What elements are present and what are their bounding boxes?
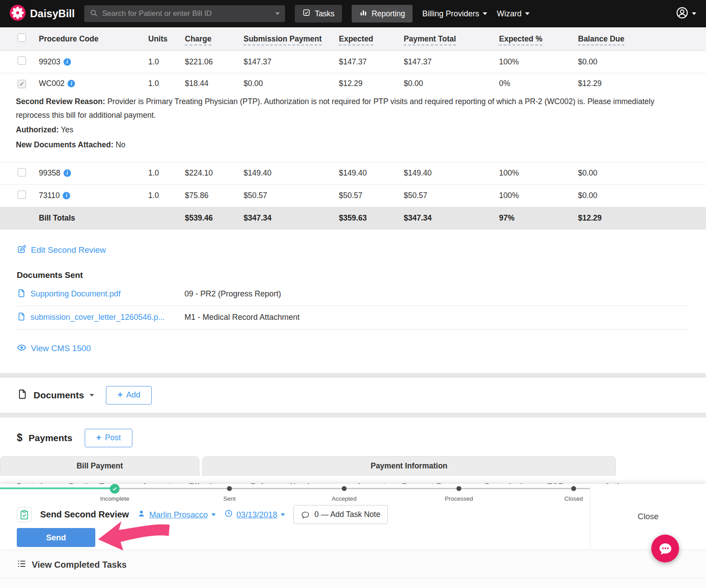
billing-providers-menu[interactable]: Billing Providers	[422, 9, 487, 19]
post-payment-label: Post	[105, 433, 121, 442]
payments-section-title: Payments	[29, 433, 72, 443]
total-expected: $359.63	[335, 207, 400, 229]
document-filename: submission_cover_letter_1260546.p...	[30, 313, 165, 322]
due-date-dropdown[interactable]: 03/13/2018	[224, 509, 285, 520]
documents-section-bar: Documents Add	[0, 378, 706, 413]
task-title: Send Second Review	[40, 509, 129, 520]
stepper-line-complete	[0, 487, 115, 489]
info-icon[interactable]	[64, 58, 71, 66]
wizard-menu[interactable]: Wizard	[497, 9, 530, 19]
cell-expected: $12.29	[335, 73, 400, 94]
col-submission-payment[interactable]: Submission Payment	[240, 27, 335, 51]
step-accepted-dot	[342, 486, 347, 491]
brand[interactable]: DaisyBill	[10, 5, 75, 22]
new-documents-line: New Documents Attached: No	[16, 138, 680, 152]
col-balance-due[interactable]: Balance Due	[575, 27, 706, 51]
bill-totals-label: Bill Totals	[35, 207, 145, 229]
user-icon	[676, 6, 689, 21]
search-input[interactable]	[102, 9, 271, 18]
col-expected[interactable]: Expected	[335, 27, 400, 51]
add-document-button[interactable]: Add	[106, 386, 152, 404]
documents-sent-list: Supporting Document.pdf 09 - PR2 (Progre…	[17, 283, 689, 330]
add-task-note-button[interactable]: 0 — Add Task Note	[293, 505, 388, 524]
edit-second-review-label: Edit Second Review	[31, 245, 106, 255]
view-cms-1500-label: View CMS 1500	[31, 344, 91, 353]
chevron-down-icon[interactable]	[90, 394, 94, 397]
plus-icon	[117, 390, 123, 400]
reporting-button[interactable]: Reporting	[352, 5, 413, 22]
info-icon[interactable]	[63, 192, 70, 199]
edit-pencil-icon	[17, 244, 26, 256]
total-payment-total: $347.34	[400, 207, 496, 229]
col-payment-total[interactable]: Payment Total	[400, 27, 496, 51]
second-review-reason: Second Review Reason: Provider is Primar…	[16, 95, 680, 122]
list-item: submission_cover_letter_1260546.p... M1 …	[17, 306, 689, 330]
assignee-dropdown[interactable]: Marlin Prosacco	[137, 509, 216, 520]
user-menu[interactable]	[676, 6, 696, 21]
close-button[interactable]: Close	[638, 512, 658, 521]
row-checkbox[interactable]	[18, 168, 26, 176]
chevron-down-icon	[483, 12, 487, 15]
post-payment-button[interactable]: Post	[85, 429, 132, 447]
view-completed-tasks-label: View Completed Tasks	[32, 560, 127, 570]
view-completed-tasks-link[interactable]: View Completed Tasks	[0, 549, 706, 578]
cell-units: 1.0	[145, 51, 181, 73]
step-label-processed: Processed	[445, 495, 473, 502]
info-icon[interactable]	[68, 80, 75, 87]
cell-units: 1.0	[145, 184, 181, 207]
pdf-file-icon	[17, 389, 28, 401]
step-label-sent: Sent	[223, 495, 236, 502]
list-icon	[17, 559, 26, 571]
table-row: WC002 1.0 $18.44 $0.00 $12.29 $0.00 0% $…	[0, 73, 706, 94]
total-expected-pct: 97%	[496, 207, 575, 229]
tab-bill-payment[interactable]: Bill Payment	[0, 456, 199, 476]
cell-expected-pct: 0%	[496, 73, 575, 94]
daisybill-logo-icon	[10, 5, 26, 22]
search-caret-icon[interactable]	[275, 12, 280, 15]
document-link[interactable]: Supporting Document.pdf	[17, 288, 184, 300]
cell-submission-payment: $147.37	[240, 51, 335, 73]
bill-totals-row: Bill Totals $539.46 $347.34 $359.63 $347…	[0, 207, 706, 229]
row-checkbox[interactable]	[18, 191, 26, 199]
row-checkbox[interactable]	[18, 80, 26, 88]
cell-procedure-code: WC002	[35, 73, 145, 94]
col-charge[interactable]: Charge	[181, 27, 240, 51]
cell-balance-due: $0.00	[575, 162, 706, 184]
tasks-icon	[302, 8, 311, 19]
cell-expected-pct: 100%	[496, 184, 575, 207]
tab-payment-information[interactable]: Payment Information	[202, 456, 616, 476]
documents-section-title[interactable]: Documents	[34, 390, 84, 401]
view-cms-1500-link[interactable]: View CMS 1500	[17, 343, 91, 355]
col-expected-pct[interactable]: Expected %	[496, 27, 575, 51]
chat-bubble-icon	[657, 541, 673, 557]
tasks-button[interactable]: Tasks	[295, 5, 342, 22]
add-task-note-label: 0 — Add Task Note	[314, 510, 380, 519]
cell-procedure-code: 73110	[35, 184, 145, 207]
chat-fab-button[interactable]	[651, 535, 679, 562]
col-units: Units	[145, 27, 181, 51]
select-all-checkbox[interactable]	[18, 34, 26, 42]
total-submission-payment: $347.34	[240, 207, 335, 229]
row-checkbox[interactable]	[18, 56, 26, 65]
authorized-line: Authorized: Yes	[16, 123, 680, 137]
send-button[interactable]: Send	[17, 528, 95, 547]
cell-charge: $224.10	[181, 162, 240, 184]
second-review-reason-block: Second Review Reason: Provider is Primar…	[0, 94, 706, 162]
cell-charge: $18.44	[181, 73, 240, 94]
document-filename: Supporting Document.pdf	[30, 289, 120, 299]
top-navbar: DaisyBill Tasks Reporting Billing Provid…	[0, 0, 706, 27]
page-footer: View Completed Tasks	[0, 549, 706, 588]
step-label-closed: Closed	[564, 495, 583, 502]
cell-payment-total: $147.37	[400, 51, 496, 73]
payments-section-bar: Payments Post	[0, 417, 706, 448]
step-closed-dot	[571, 486, 576, 491]
info-icon[interactable]	[64, 169, 71, 177]
cell-balance-due: $0.00	[575, 51, 706, 73]
edit-second-review-link[interactable]: Edit Second Review	[17, 244, 106, 256]
document-link[interactable]: submission_cover_letter_1260546.p...	[17, 312, 184, 323]
step-incomplete-dot	[110, 484, 120, 494]
cell-units: 1.0	[145, 73, 181, 94]
cell-procedure-code: 99358	[35, 162, 145, 184]
cell-expected: $149.40	[335, 162, 400, 184]
procedure-table: Procedure Code Units Charge Submission P…	[0, 27, 706, 229]
